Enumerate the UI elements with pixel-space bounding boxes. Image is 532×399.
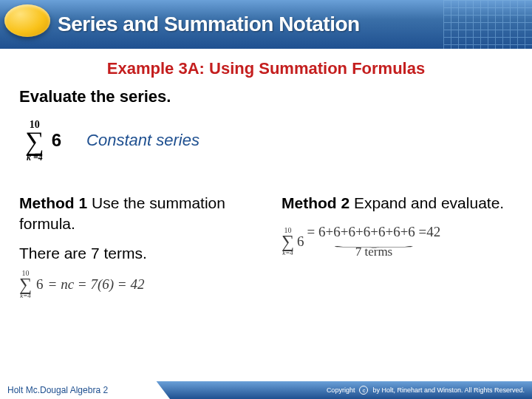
method-2-column: Method 2 Expand and evaluate. 10 ∑ k=4 6…	[282, 193, 513, 299]
m1-equation: = nc = 7(6) = 42	[48, 276, 145, 293]
sigma-icon: ∑	[19, 277, 32, 292]
underbrace-icon: ⏟	[335, 242, 413, 245]
method-1-column: Method 1 Use the summation formula. Ther…	[19, 193, 250, 299]
slide-footer: Holt Mc.Dougal Algebra 2 Copyright c by …	[0, 381, 532, 399]
series-type-label: Constant series	[86, 131, 200, 150]
method-1-count: There are 7 terms.	[19, 245, 250, 262]
method-2-heading: Method 2 Expand and evaluate.	[282, 193, 513, 214]
sigma-icon: ∑	[25, 130, 44, 153]
footer-textbook: Holt Mc.Dougal Algebra 2	[7, 382, 115, 398]
sigma-expression: 10 ∑ k =4 6	[25, 120, 61, 162]
m2-sigma-term: 6	[297, 233, 304, 250]
example-heading: Example 3A: Using Summation Formulas	[19, 59, 513, 78]
slide-content: Example 3A: Using Summation Formulas Eva…	[0, 49, 532, 299]
grid-decoration	[443, 0, 532, 49]
methods-row: Method 1 Use the summation formula. Ther…	[19, 193, 513, 299]
sigma-term: 6	[52, 130, 61, 151]
m2-sigma-lower: k=4	[282, 250, 293, 256]
oval-icon	[4, 4, 50, 37]
instruction-text: Evaluate the series.	[19, 87, 513, 106]
m1-sigma-lower: k=4	[20, 293, 31, 299]
method-1-calculation: 10 ∑ k=4 6 = nc = 7(6) = 42	[19, 270, 250, 299]
sigma-icon: ∑	[282, 234, 294, 249]
footer-copyright: Copyright c by Holt, Rinehart and Winsto…	[327, 386, 525, 395]
copyright-icon: c	[359, 386, 368, 395]
series-expression-row: 10 ∑ k =4 6 Constant series	[19, 120, 513, 162]
method-2-calculation: 10 ∑ k=4 6 = 6+6+6+6+6+6+6 =42 ⏟ 7 terms	[282, 224, 513, 259]
m1-sigma-term: 6	[36, 276, 44, 293]
method-1-heading: Method 1 Use the summation formula.	[19, 193, 250, 235]
slide-title: Series and Summation Notation	[58, 13, 360, 36]
slide-header: Series and Summation Notation	[0, 0, 532, 49]
sigma-lower: k =4	[27, 153, 43, 162]
